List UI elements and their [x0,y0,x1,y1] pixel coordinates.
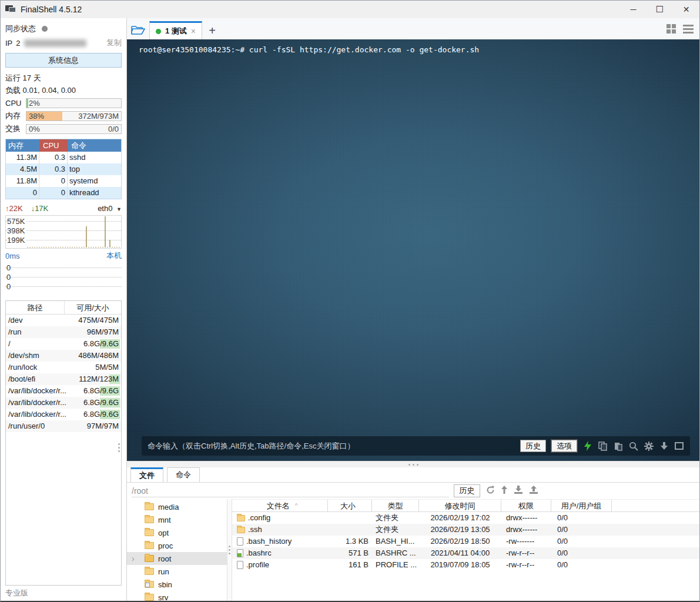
process-row[interactable]: 4.5M0.3top [6,163,121,175]
file-header-mtime[interactable]: 修改时间 [419,500,501,511]
file-header-perm[interactable]: 权限 [501,500,551,511]
tree-item-sbin[interactable]: sbin [127,578,227,591]
close-button[interactable]: ✕ [673,1,699,18]
file-row[interactable]: .config文件夹2026/02/19 17:02drwx------0/0 [232,512,699,524]
meter-label: 交换 [5,123,26,134]
disk-row[interactable]: /run/lock5M/5M [6,362,121,373]
file-header-type[interactable]: 类型 [372,500,419,511]
file-name-cell: .config [232,512,328,524]
disk-header-path[interactable]: 路径 [6,301,65,314]
upload-file-icon[interactable] [529,486,538,496]
terminal-tab[interactable]: 1 测试 × [149,21,202,39]
process-table-header[interactable]: 内存 CPU 命令 [6,139,121,152]
file-name: .bashrc [246,547,272,559]
terminal-screen[interactable]: root@ser435010084235:~# curl -fsSL https… [127,39,699,461]
file-mtime: 2019/07/09 18:05 [419,559,501,571]
disk-row[interactable]: /var/lib/docker/r...6.8G/9.6G [6,409,121,420]
tab-close-icon[interactable]: × [191,26,196,36]
file-header-owner[interactable]: 用户/用户组 [551,500,612,511]
terminal-tab-bar: 1 测试 × + [127,18,699,39]
tree-item-root[interactable]: root [127,552,227,565]
disk-size: 5M/5M [75,362,121,373]
process-header-mem[interactable]: 内存 [6,139,39,152]
layout-grid-icon[interactable] [666,24,676,34]
horizontal-splitter[interactable] [127,461,699,467]
vertical-splitter[interactable] [227,499,232,601]
disk-row[interactable]: /var/lib/docker/r...6.8G/9.6G [6,385,121,397]
options-button[interactable]: 选项 [551,440,577,452]
disk-row[interactable]: /run/user/097M/97M [6,420,121,432]
file-header-name[interactable]: 文件名^ [232,500,328,511]
tree-item-media[interactable]: media [127,500,227,513]
disk-row[interactable]: /6.8G/9.6G [6,338,121,350]
network-bar [36,247,38,248]
file-history-button[interactable]: 历史 [454,484,480,497]
download-arrow-icon[interactable] [659,441,669,451]
process-row[interactable]: 00kthreadd [6,187,121,199]
maximize-button[interactable]: ☐ [647,1,673,18]
file-icon [237,549,243,557]
search-icon[interactable] [628,441,638,451]
download-file-icon[interactable] [514,486,523,496]
network-bar [116,247,118,248]
file-size: 1.3 KB [328,536,372,547]
file-row[interactable]: .bashrc571 BBASHRC ...2021/04/11 04:00-r… [232,547,699,559]
disk-table-header[interactable]: 路径 可用/大小 [6,301,121,315]
file-owner: 0/0 [551,559,612,571]
interface-selector[interactable]: eth0 ▼ [98,204,122,213]
tree-item-opt[interactable]: opt [127,526,227,539]
process-row[interactable]: 11.8M0systemd [6,175,121,187]
file-row[interactable]: .profile161 BPROFILE ...2019/07/09 18:05… [232,559,699,571]
parent-directory-icon[interactable] [501,486,508,496]
menu-icon[interactable] [683,25,694,34]
folder-icon [145,529,154,536]
file-row[interactable]: .ssh文件夹2026/02/19 13:05drwx------0/0 [232,524,699,536]
disk-header-size[interactable]: 可用/大小 [65,301,121,314]
tree-item-run[interactable]: run [127,565,227,578]
file-name: .bash_history [246,536,292,547]
file-type: BASH_HI... [372,536,419,547]
refresh-icon[interactable] [486,486,495,496]
window-mode-icon[interactable] [674,441,684,451]
tab-commands[interactable]: 命令 [167,467,200,482]
process-mem: 0 [6,187,39,199]
new-tab-button[interactable]: + [202,22,222,39]
disk-row[interactable]: /dev475M/475M [6,315,121,326]
minimize-button[interactable]: ─ [620,1,647,18]
command-input-hint[interactable]: 命令输入（双击Ctrl切换,Alt历史,Tab路径/命令,Esc关闭窗口） [148,441,354,452]
process-row[interactable]: 11.3M0.3sshd [6,152,121,163]
process-header-cmd[interactable]: 命令 [68,139,121,152]
tree-item-srv[interactable]: srv [127,591,227,601]
disk-row[interactable]: /run96M/97M [6,326,121,338]
disk-row[interactable]: /boot/efi112M/123M [6,373,121,385]
tab-files[interactable]: 文件 [130,467,163,482]
copy-ip-link[interactable]: 复制 [106,38,122,48]
file-header-size[interactable]: 大小 [328,500,372,511]
network-bar [74,247,75,248]
tree-item-mnt[interactable]: mnt [127,513,227,526]
tree-item-proc[interactable]: proc [127,539,227,552]
file-type: 文件夹 [372,512,419,524]
history-button[interactable]: 历史 [520,440,546,452]
process-header-cpu[interactable]: CPU [39,139,68,152]
disk-row[interactable]: /var/lib/docker/r...6.8G/9.6G [6,397,121,409]
system-info-button[interactable]: 系统信息 [5,53,122,68]
network-bar [102,247,103,248]
gear-icon[interactable] [644,441,654,451]
open-connection-button[interactable] [127,21,149,39]
path-input[interactable]: /root [132,484,449,497]
sidebar-splitter-handle[interactable] [118,443,120,452]
disk-row[interactable]: /dev/shm486M/486M [6,350,121,362]
folder-icon [145,542,154,549]
uptime-text: 运行 17 天 [5,72,122,84]
network-bar [69,247,71,248]
copy-icon[interactable] [598,441,608,451]
file-mtime: 2026/02/19 17:02 [419,512,501,524]
file-row[interactable]: .bash_history1.3 KBBASH_HI...2026/02/19 … [232,536,699,547]
disk-path: /dev/shm [6,350,75,362]
paste-icon[interactable] [613,441,623,451]
lightning-icon[interactable] [582,441,592,451]
folder-icon [145,581,154,588]
command-input-bar[interactable]: 命令输入（双击Ctrl切换,Alt历史,Tab路径/命令,Esc关闭窗口） 历史… [142,436,690,456]
folder-icon [145,503,154,510]
